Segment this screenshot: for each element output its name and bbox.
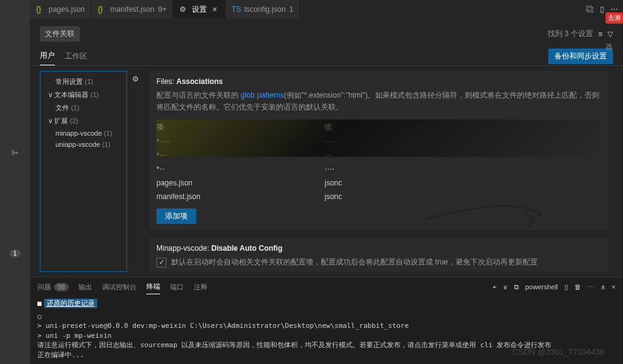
panel-tab-debug[interactable]: 调试控制台: [102, 280, 136, 294]
setting-files-associations: Files: Associations 配置与语言的文件关联的 glob pat…: [149, 71, 608, 230]
table-row[interactable]: *‧‧‧‧‧‧‧‧: [156, 135, 601, 149]
json-icon: {}: [98, 5, 107, 14]
table-header: 项 值: [156, 119, 601, 135]
ts-icon: TS: [232, 5, 240, 14]
activity-bar: 9+ 1: [0, 0, 30, 364]
new-terminal-icon[interactable]: +: [493, 283, 497, 291]
sync-settings-button[interactable]: 备份和同步设置: [548, 49, 613, 64]
panel-tab-terminal[interactable]: 终端: [146, 279, 160, 294]
tab-settings[interactable]: ⚙ 设置 ×: [173, 0, 225, 19]
nav-extensions[interactable]: ∨扩展 (2): [43, 114, 124, 128]
dirty-indicator: 9+: [158, 5, 167, 14]
table-row[interactable]: *‧‧‧‧‧‧: [156, 149, 601, 162]
powershell-icon: ⧉: [514, 283, 519, 291]
editor-area: {} pages.json {} manifest.json 9+ ⚙ 设置 ×…: [30, 0, 623, 277]
settings-scope-tabs: 用户 工作区 备份和同步设置: [30, 47, 623, 66]
split-editor-icon[interactable]: ▯: [600, 5, 604, 14]
tab-label: pages.json: [49, 5, 85, 14]
tab-tsconfig-json[interactable]: TS tsconfig.json 1: [226, 0, 300, 19]
glob-patterns-link[interactable]: glob patterns: [240, 91, 283, 100]
terminal-line: ○: [37, 312, 616, 321]
setting-minapp-disable-auto: Minapp-vscode: Disable Auto Config ✓ 默认在…: [149, 238, 608, 272]
terminal-line: 请注意运行模式下，因日志输出、sourcemap 以及未压缩源码等原因，性能和包…: [37, 340, 616, 350]
table-row[interactable]: *‧‧‧‧‧‧: [156, 162, 601, 176]
associations-table: 项 值 *‧‧‧‧‧‧‧‧ *‧‧‧‧‧‧ *‧‧‧‧‧‧ pages.json…: [156, 119, 601, 224]
gray-chip: 器: [606, 42, 623, 52]
red-badge[interactable]: 去测: [606, 12, 623, 24]
nav-files[interactable]: 文件 (1): [43, 101, 124, 114]
setting-description: 默认在启动时会自动相关文件关联的配置项，配置成功后会将此配置自动设置成 true…: [171, 256, 538, 268]
scope-tab-workspace[interactable]: 工作区: [65, 47, 87, 65]
close-panel-icon[interactable]: ×: [612, 283, 616, 291]
setting-title: Files: Associations: [156, 77, 601, 86]
nav-minapp[interactable]: minapp-vscode (1): [43, 128, 124, 139]
tab-pages-json[interactable]: {} pages.json: [30, 0, 92, 19]
terminal-line: > uni-preset-vue@0.0.0 dev:mp-weixin C:\…: [37, 321, 616, 330]
gear-icon[interactable]: ⚙: [132, 71, 139, 272]
header-value: 值: [325, 122, 332, 133]
add-item-button[interactable]: 添加项: [156, 208, 196, 224]
checkbox[interactable]: ✓: [156, 258, 166, 268]
terminal-line: 正在编译中...: [37, 350, 616, 360]
panel-tabs: 问题 98 输出 调试控制台 终端 端口 注释 + ∨ ⧉ powershell…: [30, 278, 623, 296]
chevron-down-icon[interactable]: ∨: [503, 283, 508, 291]
setting-title: Minapp-vscode: Disable Auto Config: [156, 244, 601, 253]
panel-actions: + ∨ ⧉ powershell ▯ 🗑 ⋯ ∧ ×: [493, 283, 616, 291]
history-restore: ■还原的历史记录: [37, 299, 616, 308]
close-icon[interactable]: ×: [211, 4, 218, 14]
settings-body: 常用设置 (1) ∨文本编辑器 (1) 文件 (1) ∨扩展 (2) minap…: [30, 66, 623, 277]
panel-tab-output[interactable]: 输出: [78, 280, 92, 294]
scope-tab-user[interactable]: 用户: [40, 47, 55, 65]
search-count: 找到 3 个设置: [548, 29, 593, 39]
settings-content: Files: Associations 配置与语言的文件关联的 glob pat…: [144, 71, 613, 272]
terminal-name[interactable]: powershell: [525, 283, 558, 291]
tab-label: 设置: [192, 4, 207, 15]
split-terminal-icon[interactable]: ▯: [564, 283, 568, 291]
settings-header: 文件关联 找到 3 个设置 ≡ ▽: [30, 19, 623, 47]
nav-common[interactable]: 常用设置 (1): [43, 75, 124, 88]
bottom-panel: 问题 98 输出 调试控制台 终端 端口 注释 + ∨ ⧉ powershell…: [30, 277, 623, 364]
tab-label: tsconfig.json: [244, 5, 286, 14]
list-icon[interactable]: ≡: [598, 30, 602, 39]
table-row[interactable]: pages.jsonjsonc: [156, 176, 601, 190]
right-overlay: 去测 器: [606, 12, 623, 52]
panel-tab-ports[interactable]: 端口: [170, 280, 184, 294]
chevron-up-icon[interactable]: ∧: [601, 283, 606, 291]
terminal-body[interactable]: ■还原的历史记录 ○ > uni-preset-vue@0.0.0 dev:mp…: [30, 296, 623, 362]
panel-tab-comments[interactable]: 注释: [194, 280, 207, 294]
open-editors-icon[interactable]: ⿻: [586, 5, 594, 14]
tab-bar: {} pages.json {} manifest.json 9+ ⚙ 设置 ×…: [30, 0, 623, 19]
header-key: 项: [156, 122, 325, 133]
tab-manifest-json[interactable]: {} manifest.json 9+: [92, 0, 173, 19]
settings-icon: ⚙: [179, 5, 188, 14]
activity-badge-2: 1: [9, 250, 21, 258]
nav-uniapp[interactable]: uniapp-vscode (1): [43, 139, 124, 150]
setting-description: 配置与语言的文件关联的 glob patterns(例如"*.extension…: [156, 90, 601, 113]
nav-text-editor[interactable]: ∨文本编辑器 (1): [43, 88, 124, 101]
more-icon[interactable]: ⋯: [587, 283, 594, 291]
search-input[interactable]: 文件关联: [40, 26, 80, 42]
tab-label: manifest.json: [110, 5, 155, 14]
json-icon: {}: [36, 5, 45, 14]
panel-tab-problems[interactable]: 问题 98: [37, 280, 69, 294]
terminal-line: > uni -p mp-weixin: [37, 331, 616, 340]
activity-badge: 9+: [11, 149, 18, 156]
trash-icon[interactable]: 🗑: [574, 283, 581, 291]
table-row[interactable]: manifest.jsonjsonc: [156, 190, 601, 203]
settings-nav: 常用设置 (1) ∨文本编辑器 (1) 文件 (1) ∨扩展 (2) minap…: [40, 71, 127, 272]
dirty-indicator: 1: [289, 5, 293, 14]
